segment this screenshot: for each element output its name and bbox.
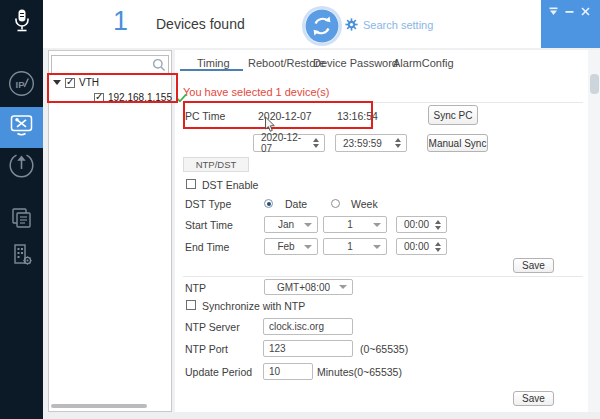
tab-alarm-config[interactable]: AlarmConfig bbox=[393, 57, 454, 69]
dst-enable-checkbox[interactable] bbox=[186, 179, 196, 189]
sidebar-item-batch-copy[interactable] bbox=[0, 207, 43, 233]
vertical-scrollbar[interactable] bbox=[588, 50, 600, 412]
dst-save-button[interactable]: Save bbox=[513, 258, 554, 273]
ntp-timezone-value: GMT+08:00 bbox=[277, 282, 330, 293]
update-period-label: Update Period bbox=[185, 366, 252, 378]
pc-time-date: 2020-12-07 bbox=[258, 110, 312, 122]
copy-documents-icon bbox=[9, 206, 34, 235]
tool-sidebar: IP bbox=[0, 0, 43, 419]
sync-with-ntp-checkbox[interactable] bbox=[186, 300, 196, 310]
maintenance-tools-icon bbox=[8, 113, 35, 142]
ntp-save-button[interactable]: Save bbox=[513, 391, 554, 406]
manual-date-value: 2020-12-07 bbox=[261, 132, 308, 154]
microphone-icon bbox=[11, 8, 33, 38]
tree-root-label: VTH bbox=[79, 77, 99, 88]
active-tab-underline bbox=[180, 69, 243, 71]
device-online-check-icon bbox=[176, 93, 187, 103]
tab-device-password[interactable]: Device Password bbox=[313, 57, 398, 69]
app-header: 1 Devices found bbox=[43, 0, 541, 48]
building-gear-icon bbox=[9, 242, 35, 272]
sync-with-ntp-label: Synchronize with NTP bbox=[202, 300, 305, 312]
sidebar-item-device-maintenance[interactable] bbox=[0, 107, 43, 148]
svg-text:IP: IP bbox=[16, 78, 26, 89]
tree-expander-icon[interactable] bbox=[53, 80, 61, 85]
ip-edit-icon: IP bbox=[8, 70, 35, 101]
tree-device-checkbox[interactable] bbox=[94, 93, 104, 103]
spinner-arrows-icon[interactable] bbox=[395, 138, 401, 148]
chevron-down-icon bbox=[373, 245, 381, 249]
pc-time-time: 13:16:54 bbox=[337, 110, 378, 122]
divider bbox=[183, 102, 583, 103]
sidebar-item-audio-talk[interactable] bbox=[0, 8, 43, 38]
tab-timing[interactable]: Timing bbox=[197, 57, 230, 69]
scrollbar-thumb[interactable] bbox=[590, 74, 599, 94]
end-time-label: End Time bbox=[185, 241, 229, 253]
sync-pc-button[interactable]: Sync PC bbox=[428, 105, 478, 125]
upgrade-arrow-icon bbox=[8, 151, 35, 182]
gear-icon bbox=[345, 18, 358, 31]
end-time-spinner[interactable]: 00:00 bbox=[396, 238, 447, 255]
dst-type-radio-week[interactable] bbox=[331, 199, 340, 208]
skin-menu-icon bbox=[549, 2, 558, 20]
start-day-dropdown[interactable]: 1 bbox=[323, 216, 387, 233]
tree-root-checkbox[interactable] bbox=[65, 78, 75, 88]
end-day-value: 1 bbox=[347, 241, 353, 252]
manual-sync-button[interactable]: Manual Sync bbox=[427, 134, 488, 152]
manual-time-spinner[interactable]: 23:59:59 bbox=[335, 134, 407, 152]
sidebar-item-upgrade[interactable] bbox=[0, 152, 43, 180]
close-button[interactable] bbox=[579, 5, 591, 17]
end-month-dropdown[interactable]: Feb bbox=[264, 238, 318, 255]
device-tree-panel: VTH 192.168.1.155 bbox=[48, 50, 172, 412]
dst-type-week-label: Week bbox=[351, 198, 378, 210]
start-month-dropdown[interactable]: Jan bbox=[264, 216, 318, 233]
ntp-dst-section-header: NTP/DST bbox=[183, 157, 249, 172]
chevron-down-icon bbox=[304, 223, 312, 227]
window-titlebar bbox=[541, 0, 600, 48]
search-setting-button[interactable]: Search setting bbox=[345, 18, 433, 31]
refresh-icon bbox=[305, 29, 339, 46]
ntp-port-label: NTP Port bbox=[185, 343, 228, 355]
dst-type-radio-date[interactable] bbox=[264, 199, 273, 208]
ntp-port-input[interactable] bbox=[263, 340, 353, 357]
pc-time-label: PC Time bbox=[185, 110, 225, 122]
tree-device-ip: 192.168.1.155 bbox=[108, 92, 172, 103]
refresh-button[interactable] bbox=[305, 9, 339, 43]
spinner-arrows-icon[interactable] bbox=[313, 138, 319, 148]
timing-config-panel: Timing Reboot/Restore Device Password Al… bbox=[175, 50, 588, 412]
tree-device-row[interactable]: 192.168.1.155 bbox=[94, 92, 187, 103]
update-period-unit-hint: Minutes(0~65535) bbox=[317, 366, 402, 378]
chevron-down-icon bbox=[339, 285, 347, 289]
minimize-icon bbox=[565, 2, 574, 20]
start-time-spinner[interactable]: 00:00 bbox=[396, 216, 447, 233]
start-month-value: Jan bbox=[278, 219, 294, 230]
update-period-input[interactable] bbox=[263, 363, 313, 380]
manual-date-spinner[interactable]: 2020-12-07 bbox=[253, 134, 325, 152]
divider bbox=[183, 276, 583, 277]
ntp-label: NTP bbox=[185, 282, 206, 294]
skin-menu-button[interactable] bbox=[547, 5, 559, 17]
end-month-value: Feb bbox=[277, 241, 294, 252]
dst-enable-label: DST Enable bbox=[202, 179, 258, 191]
selected-devices-notice: You have selected 1 device(s) bbox=[183, 86, 329, 98]
start-time-value: 00:00 bbox=[404, 219, 429, 230]
ntp-server-label: NTP Server bbox=[185, 321, 240, 333]
spinner-arrows-icon[interactable] bbox=[435, 220, 441, 230]
close-icon bbox=[581, 2, 590, 20]
sidebar-item-building-config[interactable] bbox=[0, 243, 43, 270]
chevron-down-icon bbox=[373, 223, 381, 227]
end-day-dropdown[interactable]: 1 bbox=[323, 238, 387, 255]
dst-type-date-label: Date bbox=[285, 198, 307, 210]
tree-horizontal-scrollbar[interactable] bbox=[51, 404, 147, 408]
ntp-timezone-dropdown[interactable]: GMT+08:00 bbox=[264, 279, 353, 295]
minimize-button[interactable] bbox=[563, 5, 575, 17]
dst-type-label: DST Type bbox=[185, 198, 231, 210]
devices-found-label: Devices found bbox=[156, 16, 245, 32]
end-time-value: 00:00 bbox=[404, 241, 429, 252]
spinner-arrows-icon[interactable] bbox=[435, 242, 441, 252]
sidebar-item-ip-modify[interactable]: IP bbox=[0, 71, 43, 99]
manual-time-value: 23:59:59 bbox=[343, 138, 382, 149]
ntp-server-input[interactable] bbox=[263, 318, 353, 335]
tree-root-row[interactable]: VTH bbox=[53, 77, 99, 88]
search-setting-label: Search setting bbox=[363, 19, 433, 31]
devices-found-count: 1 bbox=[113, 6, 128, 37]
